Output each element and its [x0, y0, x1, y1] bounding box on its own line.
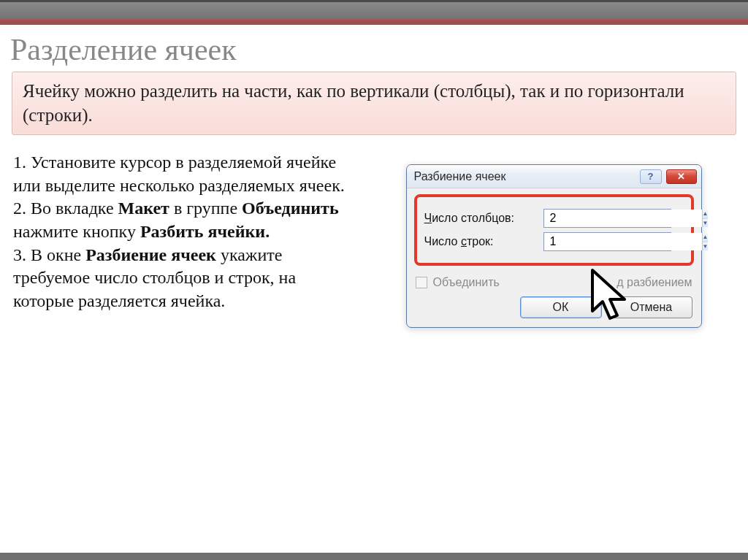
cancel-button[interactable]: Отмена	[611, 296, 692, 318]
columns-down-button[interactable]: ▼	[703, 219, 709, 228]
columns-input[interactable]	[544, 210, 702, 227]
columns-label: Число столбцов:	[424, 212, 538, 225]
columns-up-button[interactable]: ▲	[703, 210, 709, 219]
step-2f: Разбить ячейки.	[140, 222, 270, 241]
help-button[interactable]: ?	[640, 169, 662, 184]
step-3a: 3. В окне	[13, 245, 85, 264]
split-cells-dialog: Разбиение ячеек ? ✕ Число столбцов: ▲ ▼	[406, 164, 702, 328]
step-2a: 2. Во вкладке	[13, 199, 118, 218]
slide-top-bar	[0, 0, 748, 20]
merge-checkbox[interactable]	[416, 277, 427, 288]
merge-label-a: Объединить	[433, 276, 500, 289]
content-row: 1. Установите курсор в разделяемой ячейк…	[0, 135, 748, 328]
columns-row: Число столбцов: ▲ ▼	[424, 209, 684, 228]
dialog-buttons: ОК Отмена	[414, 296, 694, 320]
step-2c: в группе	[169, 199, 242, 218]
highlight-box: Ячейку можно разделить на части, как по …	[12, 72, 736, 135]
rows-up-button[interactable]: ▲	[703, 233, 709, 242]
dialog-body: Число столбцов: ▲ ▼ Число строк:	[407, 188, 701, 327]
instructions: 1. Установите курсор в разделяемой ячейк…	[13, 151, 349, 328]
highlight-frame: Число столбцов: ▲ ▼ Число строк:	[414, 194, 694, 266]
ok-button[interactable]: ОК	[520, 296, 602, 318]
dialog-column: Разбиение ячеек ? ✕ Число столбцов: ▲ ▼	[371, 151, 736, 328]
columns-spinner[interactable]: ▲ ▼	[543, 209, 671, 228]
step-3b: Разбиение ячеек	[85, 245, 216, 264]
slide-bottom-bar	[0, 553, 748, 560]
rows-spinner-buttons: ▲ ▼	[702, 233, 709, 250]
rows-input[interactable]	[544, 233, 702, 250]
rows-down-button[interactable]: ▼	[703, 242, 709, 251]
rows-row: Число строк: ▲ ▼	[424, 232, 684, 251]
dialog-titlebar[interactable]: Разбиение ячеек ? ✕	[407, 165, 701, 188]
merge-label-b: д разбиением	[617, 276, 692, 289]
step-2b: Макет	[118, 199, 169, 218]
merge-before-row: Объединить д разбиением	[416, 276, 692, 289]
step-1: 1. Установите курсор в разделяемой ячейк…	[13, 153, 345, 195]
step-2d: Объединить	[242, 199, 339, 218]
dialog-title: Разбиение ячеек	[414, 170, 636, 183]
rows-spinner[interactable]: ▲ ▼	[543, 232, 671, 251]
step-2e: нажмите кнопку	[13, 222, 140, 241]
columns-spinner-buttons: ▲ ▼	[702, 210, 709, 227]
rows-label: Число строк:	[424, 235, 538, 248]
slide-title: Разделение ячеек	[0, 25, 748, 72]
close-button[interactable]: ✕	[666, 169, 697, 184]
